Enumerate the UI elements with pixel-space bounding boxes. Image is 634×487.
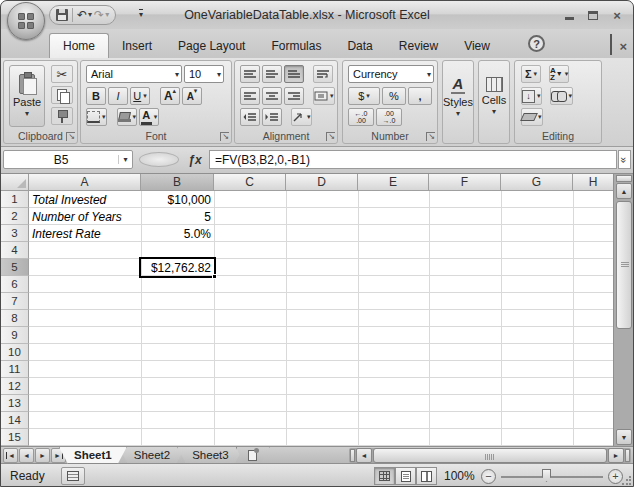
cut-button[interactable]: ✂ xyxy=(51,65,73,83)
sheet-tab-sheet1[interactable]: Sheet1 xyxy=(59,447,127,464)
column-header-b[interactable]: B xyxy=(141,174,214,191)
borders-button[interactable]: ▾ xyxy=(86,108,107,126)
sheet-tab-sheet2[interactable]: Sheet2 xyxy=(119,447,185,464)
clipboard-dialog-launcher[interactable]: ↘ xyxy=(66,132,75,141)
vertical-scroll-thumb[interactable] xyxy=(616,201,632,329)
percent-style-button[interactable]: % xyxy=(382,87,406,105)
number-dialog-launcher[interactable]: ↘ xyxy=(426,132,435,141)
tab-page-layout[interactable]: Page Layout xyxy=(165,33,258,58)
cell-area[interactable]: Total Invested $10,000 Number of Years 5… xyxy=(29,191,613,446)
expand-formula-bar-button[interactable]: » xyxy=(618,150,631,169)
increase-decimal-button[interactable]: ←.0.00 xyxy=(348,108,374,126)
align-left-button[interactable] xyxy=(240,87,260,105)
page-layout-view-button[interactable] xyxy=(395,467,416,485)
fill-handle[interactable] xyxy=(212,274,217,279)
maximize-button[interactable] xyxy=(585,9,601,21)
cell-b2[interactable]: 5 xyxy=(141,208,214,225)
scroll-down-button[interactable]: ▼ xyxy=(616,429,632,445)
format-painter-button[interactable] xyxy=(51,107,73,125)
scroll-up-button[interactable]: ▲ xyxy=(616,183,632,199)
sort-filter-button[interactable]: AZ▼▾ xyxy=(549,65,569,83)
row-header-3[interactable]: 3 xyxy=(1,225,29,242)
name-box[interactable]: B5 ▾ xyxy=(3,150,133,169)
previous-sheet-button[interactable]: ◄ xyxy=(19,448,34,463)
copy-button[interactable] xyxy=(51,86,73,104)
paste-button[interactable]: Paste ▾ xyxy=(9,65,45,127)
alignment-dialog-launcher[interactable]: ↘ xyxy=(326,132,335,141)
underline-button[interactable]: U▾ xyxy=(130,87,150,105)
align-bottom-button[interactable] xyxy=(284,65,304,83)
wrap-text-button[interactable] xyxy=(313,65,333,83)
cell-a3[interactable]: Interest Rate xyxy=(29,225,141,242)
macro-record-button[interactable] xyxy=(61,467,85,485)
find-select-button[interactable]: ▾ xyxy=(550,87,574,105)
redo-button[interactable]: ↷▾ xyxy=(94,9,109,21)
insert-worksheet-button[interactable] xyxy=(236,447,270,464)
undo-button[interactable]: ↶▾ xyxy=(77,9,92,21)
number-format-combobox[interactable]: Currency▾ xyxy=(348,65,434,83)
clear-button[interactable]: ▾ xyxy=(521,108,543,126)
page-break-view-button[interactable] xyxy=(416,467,437,485)
zoom-slider-track[interactable] xyxy=(501,476,603,478)
fill-color-button[interactable]: ▾ xyxy=(117,108,138,126)
customize-qat-button[interactable]: ▾ xyxy=(139,9,143,19)
cells-button[interactable]: Cells ▾ xyxy=(481,64,507,128)
next-sheet-button[interactable]: ► xyxy=(35,448,50,463)
row-header-11[interactable]: 11 xyxy=(1,361,29,378)
column-header-h[interactable]: H xyxy=(573,174,613,191)
formula-input[interactable]: =FV(B3,B2,0,-B1) xyxy=(209,150,617,169)
row-header-9[interactable]: 9 xyxy=(1,327,29,344)
tab-formulas[interactable]: Formulas xyxy=(258,33,334,58)
row-header-1[interactable]: 1 xyxy=(1,191,29,208)
styles-button[interactable]: A Styles ▾ xyxy=(445,64,471,128)
autosum-button[interactable]: Σ▾ xyxy=(521,65,541,83)
row-header-12[interactable]: 12 xyxy=(1,378,29,395)
decrease-decimal-button[interactable]: .00→.0 xyxy=(376,108,402,126)
row-header-4[interactable]: 4 xyxy=(1,242,29,259)
horizontal-scrollbar[interactable]: ◄ ► xyxy=(349,448,631,463)
office-button[interactable] xyxy=(7,2,45,40)
horizontal-split-handle-right[interactable] xyxy=(625,449,630,462)
tab-data[interactable]: Data xyxy=(334,33,385,58)
align-middle-button[interactable] xyxy=(262,65,282,83)
tab-review[interactable]: Review xyxy=(386,33,451,58)
fill-button[interactable]: ↓▾ xyxy=(521,87,542,105)
workbook-close-button[interactable]: × xyxy=(619,37,627,55)
minimize-button[interactable] xyxy=(561,9,577,21)
sheet-tab-sheet3[interactable]: Sheet3 xyxy=(177,447,243,464)
column-header-e[interactable]: E xyxy=(358,174,429,191)
column-header-a[interactable]: A xyxy=(29,174,141,191)
first-sheet-button[interactable]: ◄ xyxy=(3,448,18,463)
scroll-left-button[interactable]: ◄ xyxy=(356,448,372,463)
column-header-d[interactable]: D xyxy=(286,174,358,191)
merge-center-button[interactable]: ▾ xyxy=(313,87,335,105)
bold-button[interactable]: B xyxy=(86,87,106,105)
close-button[interactable]: × xyxy=(609,9,625,21)
align-center-button[interactable] xyxy=(262,87,282,105)
row-header-14[interactable]: 14 xyxy=(1,412,29,429)
save-button[interactable] xyxy=(56,9,68,21)
align-right-button[interactable] xyxy=(284,87,304,105)
horizontal-split-handle[interactable] xyxy=(350,449,355,462)
font-size-combobox[interactable]: 10▾ xyxy=(184,65,224,83)
cell-a1[interactable]: Total Invested xyxy=(29,191,141,208)
align-top-button[interactable] xyxy=(240,65,260,83)
row-header-5[interactable]: 5 xyxy=(1,259,29,276)
zoom-out-button[interactable]: − xyxy=(481,469,496,484)
help-button[interactable]: ? xyxy=(528,35,545,52)
cell-b3[interactable]: 5.0% xyxy=(141,225,214,242)
column-header-f[interactable]: F xyxy=(429,174,501,191)
normal-view-button[interactable] xyxy=(374,467,395,485)
row-header-8[interactable]: 8 xyxy=(1,310,29,327)
cell-a2[interactable]: Number of Years xyxy=(29,208,141,225)
row-header-6[interactable]: 6 xyxy=(1,276,29,293)
tab-home[interactable]: Home xyxy=(49,33,109,58)
tab-view[interactable]: View xyxy=(451,33,503,58)
scroll-right-button[interactable]: ► xyxy=(608,448,624,463)
row-header-15[interactable]: 15 xyxy=(1,429,29,446)
italic-button[interactable]: I xyxy=(108,87,128,105)
column-header-c[interactable]: C xyxy=(214,174,286,191)
vertical-scrollbar[interactable]: ▲ ▼ xyxy=(613,174,633,446)
increase-indent-button[interactable] xyxy=(262,108,282,126)
column-header-g[interactable]: G xyxy=(501,174,573,191)
